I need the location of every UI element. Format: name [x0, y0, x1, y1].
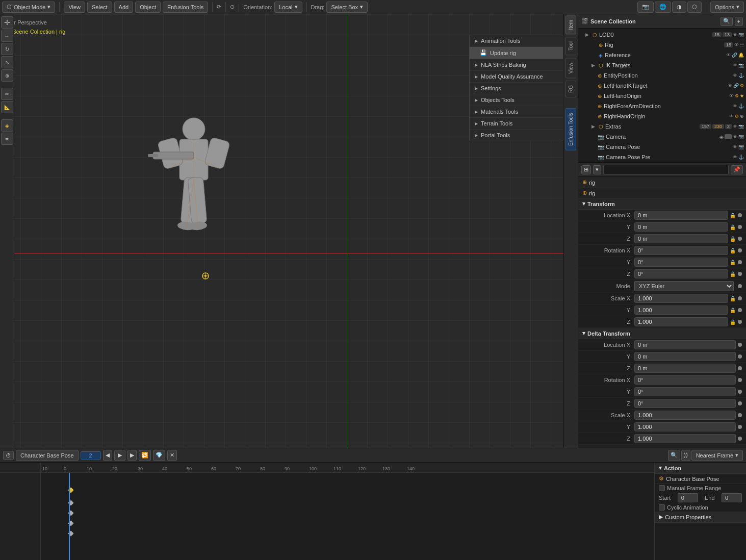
tree-item-lod0[interactable]: ▶ ⬡ LOD0 15 13 👁 📷 — [578, 30, 746, 40]
view-tab[interactable]: View — [565, 58, 576, 79]
scene-add-btn[interactable]: + — [735, 17, 743, 26]
delta-rot-y-value[interactable]: 0° — [634, 387, 736, 396]
options-btn[interactable]: Options ▾ — [710, 2, 744, 13]
transform-tool[interactable]: ⊕ — [1, 69, 13, 82]
enfusion-tools-tab[interactable]: Enfusion Tools — [565, 108, 576, 150]
frame-step-right[interactable]: ▶ — [127, 450, 137, 461]
cyclic-animation-checkbox[interactable] — [659, 504, 665, 511]
overlay-btn[interactable]: ⬡ — [687, 2, 702, 13]
scale-y-lock[interactable]: 🔒 — [730, 308, 736, 313]
scene-filter-btn[interactable]: 🔍 — [721, 17, 733, 26]
timeline-close-btn[interactable]: ✕ — [167, 450, 177, 461]
start-input[interactable] — [678, 493, 698, 502]
action-section-header[interactable]: ▾ Action — [655, 463, 746, 474]
manual-frame-range-checkbox[interactable] — [659, 485, 665, 491]
frame-number-input[interactable] — [81, 451, 101, 460]
location-x-value[interactable]: 0 m — [634, 211, 728, 220]
select-menu[interactable]: Select — [87, 2, 112, 13]
ref-eye[interactable]: 👁 — [726, 53, 731, 58]
scale-z-lock[interactable]: 🔒 — [730, 319, 736, 325]
timeline-cursor[interactable] — [69, 473, 70, 560]
view-menu[interactable]: View — [64, 2, 85, 13]
frame-step-left[interactable]: ◀ — [103, 450, 112, 461]
playback-mode-btn[interactable]: Nearest Frame ▾ — [691, 450, 743, 461]
camera-btn[interactable]: 📷 — [637, 2, 654, 13]
scale-y-value[interactable]: 1.000 — [634, 306, 728, 315]
rg-tab[interactable]: RG — [565, 81, 576, 97]
delta-rot-x-value[interactable]: 0° — [634, 375, 736, 385]
select-box-btn[interactable]: Select Box ▾ — [326, 2, 368, 13]
scale-tool[interactable]: ⤡ — [1, 56, 13, 68]
delta-transform-section[interactable]: ▾ Delta Transform — [578, 328, 746, 339]
lod0-cam[interactable]: 📷 — [738, 32, 744, 37]
ik-eye[interactable]: 👁 — [733, 63, 737, 68]
prop-filter-btn[interactable]: ▾ — [593, 165, 601, 174]
tree-item-extras[interactable]: ▶ ⬡ Extras 157 230 2 👁 📷 — [578, 121, 746, 132]
model-quality-item[interactable]: ▶ Model Quality Assurance — [470, 71, 563, 83]
item-tab[interactable]: Item — [565, 15, 576, 34]
settings-item[interactable]: ▶ Settings — [470, 83, 563, 94]
tree-item-camera[interactable]: 📷 Camera ◈ 👁 📷 — [578, 132, 746, 142]
cpp-eye[interactable]: 👁 — [733, 155, 737, 160]
scale-z-value[interactable]: 1.000 — [634, 317, 728, 326]
delta-loc-y-value[interactable]: 0 m — [634, 352, 736, 361]
delta-rot-z-value[interactable]: 0° — [634, 399, 736, 408]
lhik-eye[interactable]: 👁 — [728, 83, 732, 88]
loc-y-lock[interactable]: 🔒 — [730, 224, 736, 230]
transform-section[interactable]: ▾ Transform — [578, 198, 746, 210]
loc-z-lock[interactable]: 🔒 — [730, 236, 736, 242]
grease-pencil-tool[interactable]: ✒ — [1, 133, 13, 145]
loc-x-lock[interactable]: 🔒 — [730, 213, 736, 218]
delta-scale-z-value[interactable]: 1.000 — [634, 434, 736, 443]
cam-eye[interactable]: 👁 — [733, 134, 737, 139]
extras-eye[interactable]: 👁 — [733, 124, 737, 129]
cp-eye[interactable]: 👁 — [733, 144, 737, 149]
keyframe-btn[interactable]: 💎 — [153, 450, 165, 461]
timeline-main[interactable]: -10 0 10 20 30 40 50 60 70 80 90 100 110… — [41, 463, 654, 560]
lod0-eye[interactable]: 👁 — [733, 32, 737, 37]
shading-btn[interactable]: ◑ — [672, 2, 686, 13]
rotation-z-value[interactable]: 0° — [634, 269, 728, 278]
animation-tools-item[interactable]: ▶ Animation Tools — [470, 35, 563, 47]
tree-item-left-hand-origin[interactable]: ⊕ LeftHandOrigin 👁 ⚙ ★ — [578, 91, 746, 101]
prop-search-input[interactable] — [603, 165, 729, 175]
tree-item-camera-pose[interactable]: 📷 Camera Pose 👁 📷 — [578, 142, 746, 152]
tree-item-right-hand-origin[interactable]: ⊕ RightHandOrigin 👁 ⚙ ⊕ — [578, 111, 746, 121]
move-tool[interactable]: ↔ — [1, 30, 13, 42]
rho-eye[interactable]: 👁 — [729, 114, 734, 119]
tree-item-ik-targets[interactable]: ▶ ⬡ IK Targets 👁 📷 — [578, 60, 746, 70]
tree-item-left-hand-ik[interactable]: ⊕ LeftHandIKTarget 👁 🔗 ⚙ — [578, 81, 746, 91]
location-z-value[interactable]: 0 m — [634, 234, 728, 243]
delta-loc-x-value[interactable]: 0 m — [634, 340, 736, 349]
tool-tab[interactable]: Tool — [565, 37, 576, 55]
enfusion-menu[interactable]: Enfusion Tools — [163, 2, 208, 13]
rig-eye[interactable]: 👁 — [734, 42, 739, 47]
scale-x-value[interactable]: 1.000 — [634, 294, 728, 303]
mode-selector[interactable]: ⬡ Object Mode ▾ — [2, 2, 55, 13]
loop-btn[interactable]: 🔁 — [139, 450, 151, 461]
tree-item-right-forearm[interactable]: ⊕ RightForeArmDirection 👁 ⚓ — [578, 101, 746, 111]
rfa-eye[interactable]: 👁 — [733, 104, 737, 109]
object-menu[interactable]: Object — [135, 2, 161, 13]
end-input[interactable] — [722, 493, 742, 502]
timeline-tracks[interactable] — [41, 473, 654, 560]
ep-eye[interactable]: 👁 — [733, 73, 737, 78]
timeline-icon-btn[interactable]: ⏱ — [3, 451, 14, 460]
custom-props-section[interactable]: ▶ Custom Properties — [655, 512, 746, 523]
orientation-selector[interactable]: Local ▾ — [274, 2, 302, 13]
play-btn[interactable]: ▶ — [114, 450, 125, 461]
rotation-x-value[interactable]: 0° — [634, 246, 728, 255]
portal-tools-item[interactable]: ▶ Portal Tools — [470, 130, 563, 141]
filter-btn[interactable]: 🔍 — [668, 450, 680, 461]
rotate-tool[interactable]: ↻ — [1, 43, 13, 55]
rot-z-lock[interactable]: 🔒 — [730, 271, 736, 277]
frame-skip-btn[interactable]: ⟩⟩ — [681, 450, 690, 461]
render-btn[interactable]: 🌐 — [655, 2, 671, 13]
measure-tool[interactable]: 📐 — [1, 101, 13, 113]
anim-name-btn[interactable]: Character Base Pose — [16, 450, 79, 461]
lho-eye[interactable]: 👁 — [729, 93, 734, 98]
annotate-tool[interactable]: ✏ — [1, 88, 13, 100]
tree-item-entity-pos[interactable]: ⊕ EntityPosition 👁 ⚓ — [578, 70, 746, 81]
delta-scale-y-value[interactable]: 1.000 — [634, 422, 736, 431]
materials-tools-item[interactable]: ▶ Materials Tools — [470, 106, 563, 118]
